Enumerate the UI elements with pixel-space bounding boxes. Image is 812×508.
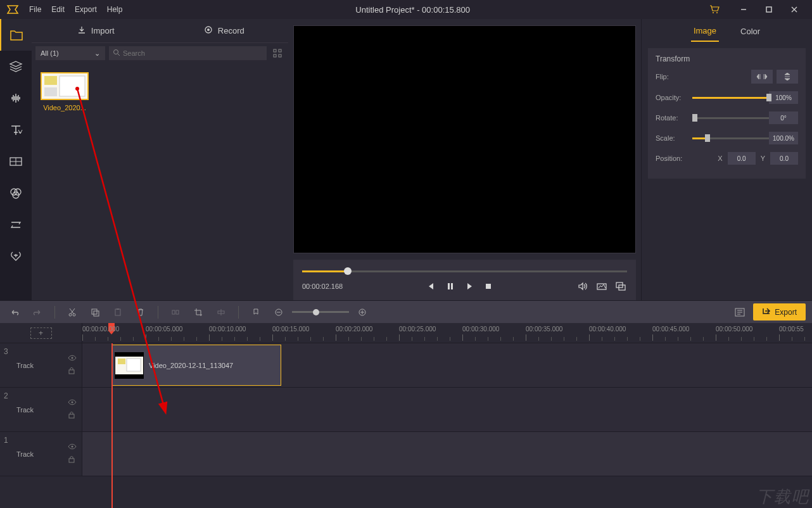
record-tab[interactable]: Record <box>160 19 289 43</box>
playhead-line[interactable] <box>111 343 113 508</box>
menu-edit[interactable]: Edit <box>51 5 65 14</box>
svg-rect-36 <box>172 310 175 314</box>
ruler-tick: 00:00:45.000 <box>652 326 689 333</box>
svg-point-0 <box>713 12 714 13</box>
image-tab[interactable]: Image <box>691 21 719 42</box>
svg-rect-52 <box>115 374 143 378</box>
visibility-icon[interactable] <box>68 398 77 407</box>
scrubber-thumb[interactable] <box>344 267 352 275</box>
svg-point-14 <box>114 49 118 54</box>
media-tool-icon[interactable] <box>0 19 32 51</box>
media-item[interactable]: Video_2020... <box>41 72 89 111</box>
layers-tool-icon[interactable] <box>0 51 32 82</box>
menu-file[interactable]: File <box>29 5 41 14</box>
track-content[interactable]: Video_2020-12-11_113047 <box>82 343 812 387</box>
cart-icon[interactable] <box>703 0 726 19</box>
rotate-slider[interactable] <box>692 117 769 119</box>
stop-button[interactable] <box>482 280 495 293</box>
import-tab[interactable]: Import <box>32 19 160 43</box>
timeline-toolbar: Export <box>0 300 812 323</box>
volume-icon[interactable] <box>576 280 589 293</box>
copy-button[interactable] <box>87 304 103 321</box>
lock-icon[interactable] <box>68 455 77 465</box>
elements-tool-icon[interactable] <box>0 241 32 272</box>
effects-tool-icon[interactable] <box>0 209 32 241</box>
svg-point-13 <box>207 29 210 31</box>
track-content[interactable] <box>82 388 812 431</box>
opacity-value: 100% <box>769 91 798 104</box>
watermark: 下载吧 <box>756 486 809 508</box>
preview-scrubber[interactable] <box>302 265 627 277</box>
search-box[interactable] <box>109 46 267 60</box>
track-head: 1 Track <box>0 432 82 476</box>
ruler-tick: 00:00:55 <box>779 326 804 333</box>
ruler-tick: 00:00:35.000 <box>526 326 562 333</box>
flip-horizontal-button[interactable] <box>751 70 773 84</box>
color-tab[interactable]: Color <box>738 22 763 41</box>
next-frame-button[interactable] <box>463 280 476 293</box>
minimize-button[interactable] <box>731 0 756 19</box>
snap-button[interactable] <box>213 304 229 321</box>
undo-button[interactable] <box>6 304 23 321</box>
lock-icon[interactable] <box>68 411 77 421</box>
preview-video[interactable] <box>293 25 636 253</box>
marker-button[interactable] <box>248 304 264 321</box>
transform-title: Transform <box>656 54 798 63</box>
svg-rect-50 <box>118 359 125 364</box>
grid-view-icon[interactable] <box>270 46 284 60</box>
ruler-tick: 00:00:10.000 <box>209 326 246 333</box>
flip-vertical-button[interactable] <box>777 70 798 84</box>
pause-button[interactable] <box>444 280 457 293</box>
svg-rect-25 <box>451 283 453 289</box>
fullscreen-icon[interactable] <box>614 280 627 293</box>
crop-button[interactable] <box>190 304 206 321</box>
zoom-in-button[interactable] <box>354 304 371 321</box>
ruler-tick: 00:00:00.000 <box>82 326 119 333</box>
timeline-body: 3 Track Video_2020-12-11_1130472 Track 1… <box>0 343 812 508</box>
split-button[interactable] <box>167 304 184 321</box>
text-tool-icon[interactable] <box>0 114 32 146</box>
transitions-tool-icon[interactable] <box>0 146 32 177</box>
svg-rect-23 <box>44 87 57 96</box>
track-number: 1 <box>4 436 8 445</box>
svg-rect-35 <box>117 308 119 310</box>
snapshot-icon[interactable] <box>595 280 608 293</box>
ruler-ticks[interactable]: 00:00:00.00000:00:05.00000:00:10.00000:0… <box>82 323 812 343</box>
svg-rect-22 <box>60 76 85 96</box>
render-button[interactable] <box>732 304 748 321</box>
zoom-slider[interactable] <box>292 311 349 313</box>
y-label: Y <box>761 155 765 162</box>
menu-export[interactable]: Export <box>75 5 97 14</box>
position-x-input[interactable] <box>728 152 756 165</box>
zoom-out-button[interactable] <box>270 304 287 321</box>
timeline-clip[interactable]: Video_2020-12-11_113047 <box>111 345 281 386</box>
export-button[interactable]: Export <box>753 303 806 321</box>
audio-tool-icon[interactable] <box>0 82 32 114</box>
visibility-icon[interactable] <box>68 443 77 452</box>
add-track-button[interactable]: + <box>30 327 52 339</box>
lock-icon[interactable] <box>68 367 77 376</box>
ruler-tick: 00:00:05.000 <box>146 326 182 333</box>
window-title: Untitled Project* - 00:00:15.800 <box>122 5 703 15</box>
delete-button[interactable] <box>132 304 149 321</box>
ruler-tick: 00:00:15.000 <box>272 326 309 333</box>
menu-help[interactable]: Help <box>107 5 123 14</box>
scale-slider[interactable] <box>692 137 769 139</box>
paste-button[interactable] <box>110 304 126 321</box>
search-input[interactable] <box>123 49 263 57</box>
maximize-button[interactable] <box>756 0 782 19</box>
cut-button[interactable] <box>64 304 80 321</box>
opacity-slider[interactable] <box>692 97 769 99</box>
track-content[interactable] <box>82 432 812 476</box>
filters-tool-icon[interactable] <box>0 177 32 209</box>
track-head: 3 Track <box>0 343 82 387</box>
redo-button[interactable] <box>29 304 46 321</box>
close-button[interactable] <box>782 0 807 19</box>
svg-point-46 <box>72 357 73 359</box>
prev-frame-button[interactable] <box>425 280 438 293</box>
svg-point-31 <box>73 314 75 316</box>
position-y-input[interactable] <box>770 152 798 165</box>
visibility-icon[interactable] <box>68 354 77 363</box>
svg-rect-32 <box>92 309 97 314</box>
media-filter-dropdown[interactable]: All (1) ⌄ <box>35 46 105 60</box>
